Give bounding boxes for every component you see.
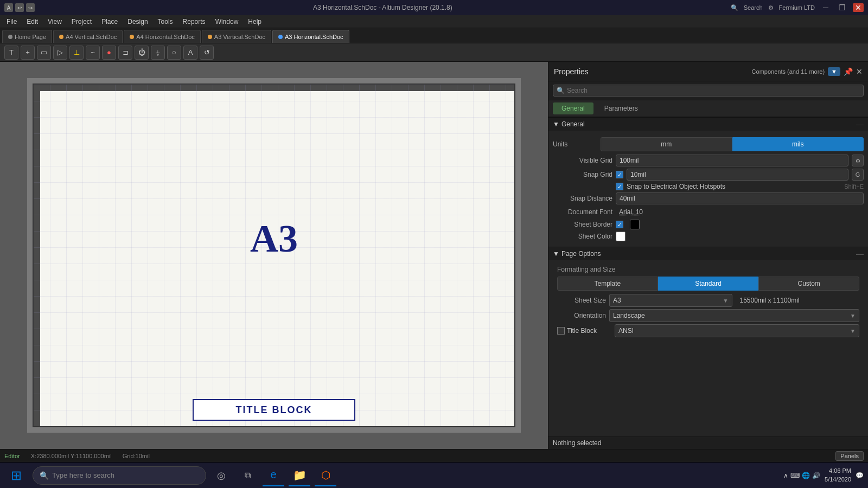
menu-file[interactable]: File (2, 17, 21, 27)
snap-grid-checkbox-wrap (616, 171, 623, 178)
title-block-text: TITLE BLOCK (236, 404, 312, 416)
snap-grid-checkbox[interactable] (616, 171, 623, 178)
taskbar-explorer[interactable]: 📁 (289, 465, 310, 486)
format-template-btn[interactable]: Template (557, 277, 658, 291)
notify-area: ∧ ⌨ 🌐 🔊 (783, 472, 820, 479)
format-standard-btn[interactable]: Standard (658, 277, 759, 291)
tool-net[interactable]: ⊐ (118, 46, 132, 60)
notify-chevron[interactable]: ∧ (783, 472, 788, 479)
search-icon[interactable]: 🔍 (731, 4, 738, 11)
tool-power[interactable]: ⏻ (135, 46, 149, 60)
format-custom-btn[interactable]: Custom (758, 277, 859, 291)
snap-hotspot-checkbox[interactable] (616, 183, 623, 190)
menu-view[interactable]: View (43, 17, 66, 27)
general-section-header[interactable]: ▼ General — (548, 117, 868, 131)
start-button[interactable]: ⊞ (4, 464, 28, 487)
general-collapse-icon: ▼ (553, 120, 559, 128)
schematic-sheet[interactable]: A3 TITLE BLOCK (33, 84, 515, 427)
search-input[interactable] (567, 87, 860, 94)
sheet-border-row: Sheet Border (553, 220, 864, 229)
tab-bar: Home Page A4 Vertical.SchDoc A4 Horizont… (0, 28, 868, 43)
snap-distance-label: Snap Distance (553, 195, 612, 202)
canvas-background: A3 TITLE BLOCK (27, 78, 521, 433)
undo-btn[interactable]: ↩ (15, 3, 24, 12)
tab-parameters[interactable]: Parameters (596, 102, 647, 114)
tab-home-dot (8, 35, 12, 39)
taskbar-altium[interactable]: ⬡ (315, 465, 336, 486)
title-block-style-select[interactable]: ANSI ▼ (615, 324, 859, 337)
tool-rect[interactable]: ▭ (37, 46, 51, 60)
panel-pin-btn[interactable]: 📌 (844, 67, 853, 76)
menu-edit[interactable]: Edit (22, 17, 42, 27)
search-input-wrap[interactable]: 🔍 (553, 85, 864, 97)
tab-a3-vertical[interactable]: A3 Vertical.SchDoc (202, 30, 271, 43)
cortana-btn[interactable]: ◎ (210, 465, 232, 486)
units-mils-btn[interactable]: mils (732, 137, 864, 151)
tool-add[interactable]: + (21, 46, 35, 60)
volume-icon[interactable]: 🔊 (812, 472, 820, 479)
menu-help[interactable]: Help (244, 17, 266, 27)
title-block-checkbox[interactable] (557, 327, 565, 335)
general-section-close-icon: — (856, 120, 864, 129)
taskbar-search[interactable]: 🔍 Type here to search (33, 466, 206, 485)
page-options-header[interactable]: ▼ Page Options — (548, 247, 868, 260)
tab-home[interactable]: Home Page (2, 30, 52, 43)
restore-btn[interactable]: ❐ (837, 3, 847, 12)
tool-place[interactable]: ▷ (53, 46, 67, 60)
tab-a4-horizontal[interactable]: A4 Horizontal.SchDoc (124, 30, 201, 43)
search-label[interactable]: Search (744, 4, 763, 11)
filter-btn[interactable]: ▼ (828, 67, 840, 76)
visible-grid-value[interactable]: 100mil (616, 155, 848, 166)
tool-gnd[interactable]: ⏚ (151, 46, 165, 60)
panels-btn[interactable]: Panels (835, 451, 864, 461)
tool-text[interactable]: T (4, 46, 18, 60)
close-btn[interactable]: ✕ (853, 3, 864, 12)
title-bar-left: A ↩ ↪ (4, 3, 35, 12)
sheet-border-checkbox[interactable] (616, 221, 623, 228)
panel-close-btn[interactable]: ✕ (856, 67, 863, 76)
tab-general[interactable]: General (553, 102, 593, 114)
tool-junction[interactable]: ● (102, 46, 116, 60)
formatting-size-label: Formatting and Size (553, 266, 864, 273)
snap-grid-shortcut-btn[interactable]: G (852, 169, 864, 181)
sheet-size-dims: 15500mil x 11100mil (736, 294, 860, 306)
notification-btn[interactable]: 💬 (856, 472, 864, 479)
tab-a3-horizontal[interactable]: A3 Horizontal.SchDoc (272, 30, 349, 43)
title-bar: A ↩ ↪ A3 Horizontal.SchDoc - Altium Desi… (0, 0, 868, 15)
taskbar-edge[interactable]: e (263, 465, 284, 486)
visible-grid-settings-btn[interactable]: ⚙ (852, 155, 864, 166)
tool-undo-small[interactable]: ↺ (200, 46, 214, 60)
sheet-size-label-text: Sheet Size (557, 297, 606, 304)
menu-reports[interactable]: Reports (178, 17, 210, 27)
units-mm-btn[interactable]: mm (601, 137, 732, 151)
snap-grid-value[interactable]: 10mil (627, 169, 848, 181)
taskbar-search-text[interactable]: Type here to search (52, 471, 114, 479)
tool-label[interactable]: A (183, 46, 197, 60)
menu-tools[interactable]: Tools (154, 17, 177, 27)
menu-project[interactable]: Project (67, 17, 96, 27)
tool-wire[interactable]: ~ (86, 46, 100, 60)
tool-circle[interactable]: ○ (167, 46, 181, 60)
taskbar: ⊞ 🔍 Type here to search ◎ ⧉ e 📁 ⬡ ∧ ⌨ 🌐 … (0, 462, 868, 488)
menu-place[interactable]: Place (97, 17, 122, 27)
minimize-btn[interactable]: ─ (820, 3, 831, 12)
clock[interactable]: 4:06 PM 5/14/2020 (825, 467, 851, 484)
tab-a3h-label: A3 Horizontal.SchDoc (285, 34, 343, 40)
tool-pin[interactable]: ⊥ (69, 46, 84, 60)
sheet-size-select[interactable]: A3 ▼ (609, 294, 732, 307)
menu-design[interactable]: Design (123, 17, 152, 27)
tab-a4-vertical[interactable]: A4 Vertical.SchDoc (53, 30, 123, 43)
visible-grid-label: Visible Grid (553, 157, 612, 164)
snap-distance-value[interactable]: 40mil (616, 192, 864, 204)
redo-btn[interactable]: ↪ (26, 3, 35, 12)
sheet-border-color[interactable] (630, 220, 640, 229)
orientation-select[interactable]: Landscape ▼ (609, 309, 859, 322)
menu-window[interactable]: Window (211, 17, 243, 27)
taskview-btn[interactable]: ⧉ (237, 465, 258, 486)
settings-icon[interactable]: ⚙ (768, 4, 774, 11)
sheet-color-swatch[interactable] (616, 232, 626, 241)
canvas-area[interactable]: A3 TITLE BLOCK (0, 62, 548, 449)
title-block-label: Title Block (567, 327, 597, 335)
cortana-icon: ◎ (217, 470, 226, 481)
sheet-size-row: Sheet Size A3 ▼ 15500mil x 11100mil (557, 294, 859, 307)
